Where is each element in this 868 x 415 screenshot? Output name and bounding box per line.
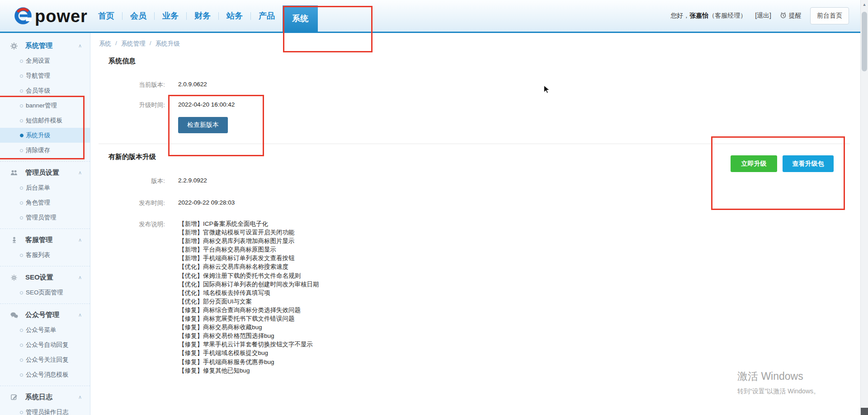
version-value: 2.2.9.0922 xyxy=(178,177,207,184)
watermark-line2: 转到“设置”以激活 Windows。 xyxy=(737,387,820,396)
breadcrumb-item-system-upgrade[interactable]: 系统升级 xyxy=(156,40,180,48)
sidebar-item-system-upgrade-active[interactable]: 系统升级 xyxy=(0,128,90,143)
sidebar-item-wechat-auto-reply[interactable]: 公众号自动回复 xyxy=(0,337,90,352)
remind-link[interactable]: 提醒 xyxy=(780,12,802,20)
nav-item-system-active[interactable]: 系统 xyxy=(283,5,318,32)
gear-icon xyxy=(9,42,19,50)
nav-item-site[interactable]: 站务 xyxy=(219,10,250,21)
system-info-heading: 系统信息 xyxy=(108,57,136,65)
logo: power xyxy=(13,5,88,28)
sidebar-section-seo-settings[interactable]: SEO设置 ∧ xyxy=(0,270,90,285)
nav-item-home[interactable]: 首页 xyxy=(90,10,122,21)
scrollbar-thumb[interactable] xyxy=(862,12,867,71)
view-upgrade-package-button[interactable]: 查看升级包 xyxy=(783,155,834,172)
nav-item-business[interactable]: 业务 xyxy=(155,10,186,21)
sidebar-item-wechat-menu[interactable]: 公众号菜单 xyxy=(0,322,90,337)
bullet-icon xyxy=(20,75,23,78)
bullet-icon xyxy=(20,60,23,63)
sidebar-item-nav-manage[interactable]: 导航管理 xyxy=(0,68,90,83)
vertical-scrollbar[interactable]: ▲ xyxy=(860,0,868,415)
version-label: 版本: xyxy=(90,177,165,185)
scrollbar-corner xyxy=(861,408,868,415)
sidebar-section-label: SEO设置 xyxy=(25,273,53,282)
sidebar-item-backend-menu[interactable]: 后台菜单 xyxy=(0,180,90,195)
sidebar-item-admin-manage[interactable]: 管理员管理 xyxy=(0,210,90,225)
chevron-up-icon[interactable]: ∧ xyxy=(78,43,82,49)
sidebar-section-label: 管理员设置 xyxy=(25,168,59,177)
chevron-up-icon[interactable]: ∧ xyxy=(78,170,82,176)
sidebar-divider xyxy=(0,386,90,386)
sidebar-section-system-log[interactable]: 系统日志 ∧ xyxy=(0,390,90,405)
sidebar-section-label: 客服管理 xyxy=(25,236,52,244)
sidebar-item-admin-op-log[interactable]: 管理员操作日志 xyxy=(0,405,90,415)
release-time-label: 发布时间: xyxy=(90,199,165,207)
sidebar-item-member-level[interactable]: 会员等级 xyxy=(0,83,90,98)
release-note-line: 【修复】商标交易价格范围选择bug xyxy=(179,331,319,340)
breadcrumb: 系统 / 系统管理 / 系统升级 xyxy=(99,40,180,48)
scrollbar-up-arrow-icon[interactable]: ▲ xyxy=(861,0,868,9)
sidebar-item-wechat-follow-reply[interactable]: 公众号关注回复 xyxy=(0,352,90,367)
upgrade-time-label: 升级时间: xyxy=(90,101,165,109)
chevron-up-icon[interactable]: ∧ xyxy=(78,275,82,280)
release-note-line: 【优化】商标云交易库商标名称搜索速度 xyxy=(179,262,319,271)
seo-gear-icon xyxy=(9,275,19,281)
release-note-line: 【修复】修复其他已知bug xyxy=(179,366,319,375)
bullet-icon xyxy=(20,149,23,152)
sidebar-item-role-manage[interactable]: 角色管理 xyxy=(0,195,90,210)
mouse-cursor-icon xyxy=(542,85,551,96)
breadcrumb-separator: / xyxy=(115,40,117,48)
sidebar-section-label: 系统管理 xyxy=(25,42,52,50)
breadcrumb-item-system[interactable]: 系统 xyxy=(99,40,111,48)
release-notes-label: 发布说明: xyxy=(90,220,165,228)
nav-item-member[interactable]: 会员 xyxy=(123,10,154,21)
release-note-line: 【新增】平台商标交易商标原图显示 xyxy=(179,245,319,254)
sidebar-divider xyxy=(0,266,90,266)
sidebar-item-global-settings[interactable]: 全局设置 xyxy=(0,53,90,68)
sidebar-section-system-manage[interactable]: 系统管理 ∧ xyxy=(0,38,90,53)
sidebar-section-label: 系统日志 xyxy=(25,393,52,401)
bullet-icon xyxy=(20,373,23,377)
sidebar-item-wechat-msg-template[interactable]: 公众号消息模板 xyxy=(0,367,90,382)
wechat-icon xyxy=(9,312,19,318)
sidebar-item-clear-cache[interactable]: 清除缓存 xyxy=(0,143,90,158)
bullet-icon xyxy=(20,291,23,294)
bullet-icon xyxy=(20,104,23,107)
release-note-line: 【新增】商标交易库列表增加商标图片显示 xyxy=(179,237,319,245)
sidebar-item-sms-mail-template[interactable]: 短信邮件模板 xyxy=(0,113,90,128)
annotation-box-upgrade-buttons xyxy=(711,136,845,210)
breadcrumb-separator: / xyxy=(150,40,151,48)
release-note-line: 【修复】手机端商标服务优惠券bug xyxy=(179,358,319,366)
release-time-value: 2022-09-22 09:28:03 xyxy=(178,199,235,206)
nav-item-finance[interactable]: 财务 xyxy=(187,10,218,21)
sidebar-section-wechat-official[interactable]: 公众号管理 ∧ xyxy=(0,308,90,322)
sidebar-item-seo-page-manage[interactable]: SEO页面管理 xyxy=(0,285,90,300)
bullet-icon xyxy=(20,411,23,414)
release-notes-list: 【新增】ICP备案系统全面电子化 【新增】官微建站模板可设置开启关闭功能 【新增… xyxy=(179,219,319,375)
alarm-clock-icon xyxy=(780,12,787,20)
bullet-icon xyxy=(20,187,23,190)
upgrade-time-value: 2022-04-20 16:00:42 xyxy=(178,101,235,108)
check-new-version-button[interactable]: 检查新版本 xyxy=(178,117,228,133)
section-divider xyxy=(99,144,850,144)
sidebar-divider xyxy=(0,161,90,162)
release-note-line: 【修复】商标宽展委托书下载文件错误问题 xyxy=(179,314,319,323)
logo-text: power xyxy=(35,7,88,26)
sidebar-item-support-list[interactable]: 客服列表 xyxy=(0,247,90,262)
release-note-line: 【优化】域名模板去掉传真填写项 xyxy=(179,289,319,297)
nav-item-product[interactable]: 产品 xyxy=(251,10,283,21)
chevron-up-icon[interactable]: ∧ xyxy=(78,312,82,318)
upgrade-now-button[interactable]: 立即升级 xyxy=(731,155,777,172)
logout-link[interactable]: [退出] xyxy=(755,12,771,20)
bullet-icon xyxy=(20,359,23,362)
sidebar-item-banner-manage[interactable]: banner管理 xyxy=(0,98,90,113)
chevron-up-icon[interactable]: ∧ xyxy=(78,237,82,243)
sidebar-divider xyxy=(0,228,90,229)
sidebar-section-admin-settings[interactable]: 管理员设置 ∧ xyxy=(0,165,90,180)
breadcrumb-item-system-manage[interactable]: 系统管理 xyxy=(121,40,146,48)
front-home-button[interactable]: 前台首页 xyxy=(810,7,849,24)
bullet-icon xyxy=(20,216,23,219)
bullet-icon xyxy=(20,119,23,122)
sidebar-section-support-manage[interactable]: 客服管理 ∧ xyxy=(0,233,90,247)
current-version-value: 2.0.9.0622 xyxy=(178,81,207,88)
chevron-up-icon[interactable]: ∧ xyxy=(78,394,82,400)
